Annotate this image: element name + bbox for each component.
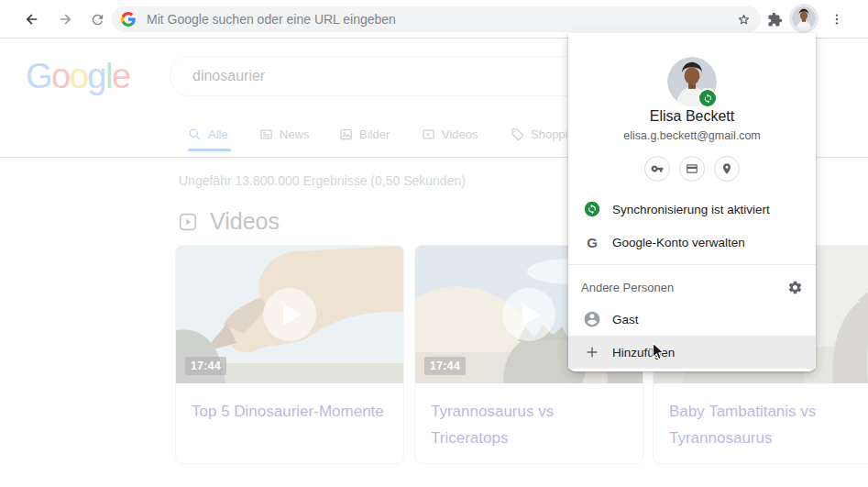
tab-label: Alle [208,127,228,141]
profile-menu: Elisa Beckett elisa.g.beckett@gmail.com … [568,33,816,371]
video-duration: 17:44 [424,357,466,375]
location-pin-icon [720,162,733,175]
google-g-icon [121,12,136,27]
search-icon [188,127,202,141]
payment-methods-button[interactable] [679,156,705,182]
play-icon [522,304,541,326]
credit-card-icon [686,162,698,175]
back-button[interactable] [20,7,44,31]
forward-button[interactable] [53,7,77,31]
videos-section-icon [179,213,197,231]
bookmark-star-icon[interactable] [736,12,752,28]
account-shortcut-row [568,156,816,182]
video-title[interactable]: Tyrannosaurus vs Triceratops [415,383,643,451]
image-icon [339,127,353,141]
search-query-text: dinosaurier [192,68,265,84]
video-title[interactable]: Top 5 Dinosaurier-Momente [176,383,403,425]
plus-icon [581,344,603,360]
manage-account-label: Google-Konto verwalten [612,236,745,249]
puzzle-icon [767,12,783,28]
tab-videos[interactable]: Videos [422,126,478,142]
tab-alle[interactable]: Alle [188,126,228,142]
logo-letter: l [105,57,112,95]
play-button[interactable] [263,288,316,341]
profile-avatar-button[interactable] [792,6,816,30]
news-icon [259,127,273,141]
video-icon [422,127,435,141]
video-card[interactable]: 17:44 Top 5 Dinosaurier-Momente [175,245,404,464]
sync-status-label: Synchronisierung ist aktiviert [612,203,770,216]
sync-on-icon [581,201,603,217]
addresses-button[interactable] [714,156,740,182]
key-icon [651,162,664,175]
url-placeholder-text: Mit Google suchen oder eine URL eingeben [147,12,736,27]
google-logo: Google [26,57,130,96]
videos-section-header: Videos [179,208,280,235]
play-button[interactable] [502,288,555,341]
passwords-button[interactable] [644,156,670,182]
manage-people-button[interactable] [787,280,803,295]
video-title[interactable]: Baby Tambatitanis vs Tyrannosaurus [654,383,868,451]
manage-account-item[interactable]: G Google-Konto verwalten [568,226,816,259]
three-dot-menu-icon [830,12,844,27]
tab-label: Videos [442,127,478,141]
add-person-item[interactable]: Hinzufügen [568,336,816,369]
tab-bilder[interactable]: Bilder [339,126,390,142]
menu-divider [568,264,816,265]
sync-badge-icon [699,90,716,106]
reload-button[interactable] [85,7,109,31]
videos-section-title: Videos [210,208,280,235]
address-bar[interactable]: Mit Google suchen oder eine URL eingeben [112,6,761,32]
other-people-section-header: Andere Personen [568,270,816,304]
logo-letter: g [87,57,105,95]
tab-label: Bilder [359,127,390,141]
mouse-cursor [650,342,666,360]
guest-avatar-icon [581,310,603,328]
logo-letter: e [112,57,130,95]
tab-news[interactable]: News [259,126,310,142]
selected-tab-underline [188,149,231,151]
video-duration: 17:44 [185,357,226,375]
guest-label: Gast [612,313,639,327]
logo-letter: G [26,57,51,95]
video-thumbnail[interactable]: 17:44 [176,246,403,383]
logo-letter: o [51,57,70,95]
tag-icon [511,127,524,141]
user-avatar-image [792,6,816,30]
account-name: Elisa Beckett [568,108,816,125]
sync-status-item[interactable]: Synchronisierung ist aktiviert [568,193,816,226]
tab-label: News [280,127,310,141]
back-arrow-icon [24,11,40,28]
logo-letter: o [70,57,88,95]
other-people-label: Andere Personen [581,281,674,294]
guest-item[interactable]: Gast [568,303,816,336]
forward-arrow-icon [57,11,73,28]
play-icon [283,304,302,326]
google-g-gray-icon: G [581,235,603,250]
browser-menu-button[interactable] [825,7,849,31]
reload-icon [90,12,105,28]
account-email: elisa.g.beckett@gmail.com [568,129,816,142]
gear-icon [787,280,803,295]
extensions-button[interactable] [763,7,786,31]
results-stats: Ungefähr 13.800.000 Ergebnisse (0,50 Sek… [179,173,466,188]
